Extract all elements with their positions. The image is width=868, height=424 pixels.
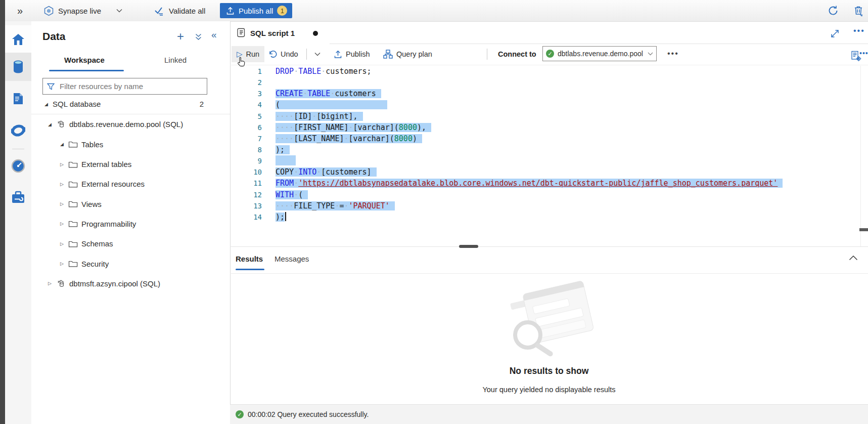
folder-icon bbox=[68, 240, 81, 248]
undo-redo-dropdown[interactable] bbox=[309, 46, 326, 62]
tree-item-dbtlabs-revenue-demo-pool-sql[interactable]: ◢dbtlabs.revenue.demo.pool (SQL) bbox=[31, 114, 230, 134]
tab-more-actions-button[interactable]: ••• bbox=[853, 26, 865, 35]
code-line-14[interactable]: 14); bbox=[230, 211, 860, 223]
collapse-panel-button[interactable]: « bbox=[211, 29, 217, 40]
tree-item-external-resources[interactable]: ▷External resources bbox=[31, 174, 230, 194]
double-chevron-right-icon: » bbox=[17, 5, 23, 17]
selection-highlight: ····[LAST_NAME]·[varchar](8000) bbox=[276, 134, 422, 143]
tree-item-external-tables[interactable]: ▷External tables bbox=[31, 154, 230, 174]
undo-button[interactable]: Undo bbox=[263, 46, 303, 62]
collapse-results-button[interactable] bbox=[849, 255, 858, 261]
unsaved-indicator-dot bbox=[313, 31, 318, 36]
tree-item-security[interactable]: ▷Security bbox=[31, 253, 230, 273]
collapse-arrow-icon[interactable]: ◢ bbox=[44, 102, 53, 107]
code-line-7[interactable]: 7····[LAST_NAME]·[varchar](8000) bbox=[230, 133, 860, 144]
tree-item-dbtmsft-azsyn-cipool-sql[interactable]: ▷dbtmsft.azsyn.cipool (SQL) bbox=[31, 274, 230, 293]
document-icon bbox=[12, 92, 25, 106]
tab-results[interactable]: Results bbox=[236, 255, 263, 263]
folder-icon bbox=[68, 140, 81, 148]
sql-pool-icon bbox=[56, 279, 69, 288]
connect-to-label: Connect to bbox=[498, 50, 536, 58]
nav-rail bbox=[5, 21, 32, 424]
tab-workspace[interactable]: Workspace bbox=[64, 56, 105, 64]
line-number: 5 bbox=[230, 111, 262, 122]
line-number: 7 bbox=[230, 133, 262, 144]
expand-arrow-icon[interactable]: ▷ bbox=[60, 261, 68, 266]
top-command-bar: » Synapse live Validate all Publish all … bbox=[5, 0, 868, 22]
query-plan-label: Query plan bbox=[396, 50, 432, 58]
code-line-9[interactable]: 9 bbox=[230, 155, 860, 166]
tree-item-sql-database[interactable]: ◢SQL database2 bbox=[31, 94, 230, 114]
code-line-1[interactable]: 1DROP·TABLE·customers; bbox=[230, 66, 860, 77]
expand-arrow-icon[interactable]: ▷ bbox=[60, 201, 68, 206]
editor-more-button[interactable]: ••• bbox=[859, 49, 868, 57]
code-line-4[interactable]: 4( bbox=[230, 99, 860, 110]
expand-arrow-icon[interactable]: ▷ bbox=[60, 241, 68, 246]
discard-all-button[interactable] bbox=[853, 0, 864, 21]
refresh-button[interactable] bbox=[828, 0, 839, 21]
nav-home[interactable] bbox=[5, 25, 31, 54]
collapse-arrow-icon[interactable]: ◢ bbox=[60, 142, 68, 147]
code-line-12[interactable]: 12WITH·( bbox=[230, 189, 860, 200]
nav-monitor[interactable] bbox=[5, 152, 31, 180]
synapse-hexagon-icon bbox=[43, 6, 54, 16]
filter-funnel-icon bbox=[47, 83, 55, 90]
toolbar-divider bbox=[306, 49, 307, 60]
nav-develop[interactable] bbox=[5, 85, 31, 113]
nav-manage[interactable] bbox=[5, 183, 31, 211]
collapse-arrow-icon[interactable]: ◢ bbox=[48, 122, 56, 127]
synapse-live-dropdown[interactable]: Synapse live bbox=[43, 0, 122, 21]
expand-arrow-icon[interactable]: ▷ bbox=[60, 182, 68, 187]
query-status-bar: ✓ 00:00:02 Query executed successfully. bbox=[230, 404, 868, 424]
line-number: 3 bbox=[230, 88, 262, 99]
validate-all-button[interactable]: Validate all bbox=[154, 0, 205, 21]
expand-arrow-icon[interactable]: ▷ bbox=[60, 162, 68, 167]
splitter-drag-handle[interactable] bbox=[459, 245, 478, 248]
expand-toolbar-button[interactable]: » bbox=[17, 0, 23, 21]
refresh-icon bbox=[828, 5, 839, 16]
nav-integrate[interactable] bbox=[5, 116, 31, 145]
code-line-6[interactable]: 6····[FIRST_NAME]·[varchar](8000), bbox=[230, 122, 860, 133]
collapse-all-button[interactable] bbox=[195, 33, 202, 40]
line-number: 9 bbox=[230, 155, 262, 166]
add-resource-button[interactable]: + bbox=[177, 29, 184, 44]
tree-item-programmability[interactable]: ▷Programmability bbox=[31, 214, 230, 234]
tree-item-schemas[interactable]: ▷Schemas bbox=[31, 234, 230, 253]
publish-button[interactable]: Publish bbox=[329, 46, 375, 62]
publish-icon bbox=[226, 7, 235, 15]
code-line-5[interactable]: 5····[ID]·[bigint], bbox=[230, 111, 860, 122]
expand-editor-button[interactable] bbox=[831, 29, 839, 38]
toolbar-more-button[interactable]: ••• bbox=[667, 49, 679, 58]
selection-highlight: ····[FIRST_NAME]·[varchar](8000), bbox=[276, 123, 431, 132]
expand-arrow-icon[interactable]: ▷ bbox=[48, 281, 56, 286]
toolbox-icon bbox=[11, 191, 25, 204]
tree-item-tables[interactable]: ◢Tables bbox=[31, 135, 230, 154]
code-line-11[interactable]: 11FROM·'https://dbtlabsynapsedatalake.bl… bbox=[230, 178, 860, 189]
tab-messages[interactable]: Messages bbox=[275, 255, 309, 263]
code-line-10[interactable]: 10COPY·INTO·[customers] bbox=[230, 166, 860, 178]
tree-item-label: Programmability bbox=[81, 220, 136, 228]
panel-title: Data bbox=[42, 30, 66, 43]
tree-item-label: dbtmsft.azsyn.cipool (SQL) bbox=[69, 279, 160, 288]
code-editor[interactable]: 1DROP·TABLE·customers;23CREATE·TABLE·cus… bbox=[230, 66, 860, 223]
code-line-2[interactable]: 2 bbox=[230, 77, 860, 88]
line-number: 13 bbox=[230, 200, 262, 211]
connect-to-dropdown[interactable]: ✓ dbtlabs.revenue.demo.pool bbox=[542, 46, 657, 61]
publish-all-button[interactable]: Publish all 1 bbox=[220, 3, 292, 18]
expand-arrow-icon[interactable]: ▷ bbox=[60, 221, 68, 226]
folder-icon bbox=[68, 200, 81, 208]
code-line-13[interactable]: 13····FILE_TYPE·=·'PARQUET' bbox=[230, 200, 860, 211]
tab-sql-script-1[interactable]: SQL script 1 bbox=[232, 22, 333, 44]
filter-resources-box bbox=[42, 78, 207, 95]
chevron-down-icon bbox=[314, 52, 321, 56]
pipeline-icon bbox=[11, 124, 26, 137]
code-line-3[interactable]: 3CREATE·TABLE·customers bbox=[230, 88, 860, 99]
filter-resources-input[interactable] bbox=[59, 81, 203, 91]
query-plan-button[interactable]: Query plan bbox=[378, 46, 437, 62]
tree-item-views[interactable]: ▷Views bbox=[31, 194, 230, 214]
code-line-8[interactable]: 8); bbox=[230, 144, 860, 155]
tab-linked[interactable]: Linked bbox=[164, 56, 187, 64]
nav-data[interactable] bbox=[5, 53, 31, 81]
editor-scrollbar-thumb[interactable] bbox=[859, 228, 868, 231]
editor-top-divider bbox=[230, 65, 868, 65]
